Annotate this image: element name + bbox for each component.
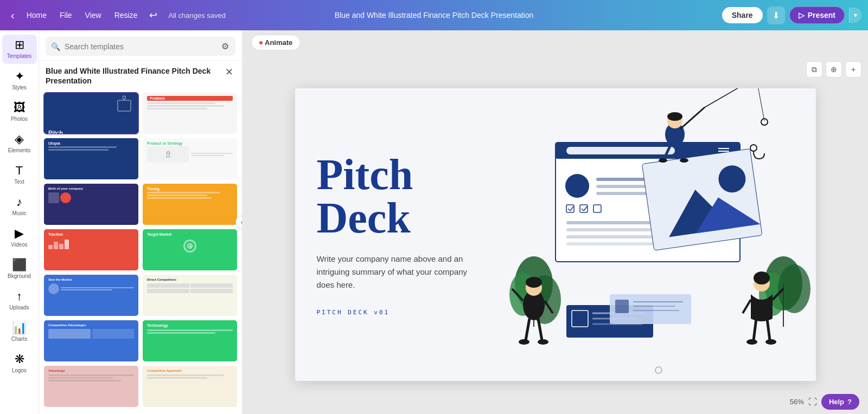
svg-point-3 [167, 152, 170, 155]
photos-icon: 🖼 [14, 102, 25, 114]
svg-point-57 [519, 339, 529, 345]
template-thumb-13[interactable]: Advantage [43, 365, 139, 407]
add-slide-button[interactable]: + [845, 61, 861, 77]
svg-line-42 [705, 88, 756, 107]
svg-rect-15 [718, 148, 729, 149]
search-input[interactable] [65, 42, 216, 51]
svg-point-48 [680, 158, 688, 163]
undo-button[interactable]: ↩ [145, 7, 162, 23]
svg-rect-73 [615, 300, 629, 313]
template-thumb-4[interactable]: Product or Strategy [142, 138, 238, 180]
template-thumb-6[interactable]: Timing [142, 183, 238, 225]
slide-canvas: Pitch Deck Write your company name above… [295, 88, 816, 381]
svg-rect-16 [718, 151, 729, 152]
autosave-status: All changes saved [168, 11, 226, 20]
sidebar-item-label: Styles [12, 85, 27, 91]
slide-illustration [501, 88, 816, 381]
template-grid: PitchDeck Write your company name [39, 90, 242, 414]
topbar: ‹ Home File View Resize ↩ All changes sa… [0, 0, 868, 30]
svg-line-55 [526, 319, 529, 340]
file-button[interactable]: File [54, 8, 78, 23]
template-thumb-14[interactable]: Competitive Approach [142, 365, 238, 407]
sidebar-item-uploads[interactable]: ↑ Uploads [2, 286, 37, 315]
slide-main-title[interactable]: Pitch Deck [317, 153, 480, 240]
svg-rect-20 [596, 185, 650, 188]
sidebar-item-photos[interactable]: 🖼 Photos [2, 98, 37, 127]
home-button[interactable]: Home [21, 8, 52, 23]
back-button[interactable]: ‹ [7, 7, 19, 24]
present-button[interactable]: ▷ Present [789, 7, 845, 24]
styles-icon: ✦ [15, 70, 24, 82]
sidebar-item-elements[interactable]: ◈ Elements [2, 129, 37, 158]
svg-point-66 [765, 339, 776, 345]
svg-rect-0 [118, 100, 131, 111]
sidebar-item-logos[interactable]: ❋ Logos [2, 349, 37, 378]
template-thumb-9[interactable]: Size the Market [43, 274, 139, 316]
duplicate-slide-button[interactable]: ⊕ [826, 61, 842, 77]
main-area: ⊞ Templates ✦ Styles 🖼 Photos ◈ Elements… [0, 30, 868, 414]
template-thumb-12[interactable]: Technology [142, 320, 238, 362]
sidebar-item-label: Charts [11, 336, 27, 342]
copy-slide-button[interactable]: ⧉ [806, 61, 822, 77]
filter-button[interactable]: ⚙ [220, 41, 230, 51]
svg-line-61 [743, 300, 751, 313]
view-button[interactable]: View [80, 8, 107, 23]
template-thumb-5[interactable]: Birth of your company [43, 183, 139, 225]
sidebar-item-videos[interactable]: ▶ Videos [2, 223, 37, 253]
topbar-left: ‹ Home File View Resize ↩ All changes sa… [7, 7, 226, 24]
present-chevron-button[interactable]: ▾ [849, 8, 861, 23]
animate-button[interactable]: Animate [251, 35, 301, 50]
slide-description[interactable]: Write your company name above and an int… [317, 253, 480, 292]
sidebar-icons: ⊞ Templates ✦ Styles 🖼 Photos ◈ Elements… [0, 30, 39, 414]
svg-point-49 [750, 145, 757, 151]
svg-line-64 [767, 319, 770, 340]
svg-point-60 [754, 271, 770, 284]
template-thumb-10[interactable]: Direct Competitors [142, 274, 238, 316]
sidebar-item-charts[interactable]: 📊 Charts [2, 318, 37, 347]
topbar-right: Share ⬇ ▷ Present ▾ [722, 7, 861, 24]
search-input-wrap: 🔍 ⚙ [46, 37, 235, 56]
svg-point-77 [655, 367, 662, 373]
canvas-corner-buttons: ⧉ ⊕ + [806, 61, 861, 77]
background-icon: ⬛ [12, 259, 27, 271]
bottom-bar: 56% ⛶ Help ? [242, 390, 868, 414]
slide-left-content: Pitch Deck Write your company name above… [295, 120, 501, 348]
slide-illustration-area [501, 88, 816, 381]
sidebar-item-templates[interactable]: ⊞ Templates [2, 35, 37, 64]
svg-point-47 [659, 158, 667, 163]
sidebar-item-music[interactable]: ♪ Music [2, 192, 37, 221]
share-button[interactable]: Share [722, 7, 763, 23]
svg-line-43 [756, 88, 764, 121]
canvas-toolbar: Animate [242, 30, 868, 55]
zoom-level: 56% [790, 398, 804, 406]
template-thumb-2[interactable]: Problem [142, 92, 238, 134]
zoom-expand-button[interactable]: ⛶ [808, 397, 817, 407]
svg-line-63 [754, 319, 756, 340]
canvas-area: Animate ⧉ ⊕ + Pitch Deck Write your comp… [242, 30, 868, 414]
template-thumb-7[interactable]: Traction [43, 229, 139, 271]
search-icon: 🔍 [51, 42, 60, 51]
svg-point-1 [123, 96, 126, 99]
resize-button[interactable]: Resize [109, 8, 143, 23]
document-title: Blue and White Illustrated Finance Pitch… [335, 11, 534, 20]
template-thumb-1[interactable]: PitchDeck Write your company name [43, 92, 139, 134]
templates-icon: ⊞ [15, 39, 24, 51]
template-thumb-8[interactable]: Target Market [142, 229, 238, 271]
help-button[interactable]: Help ? [821, 394, 859, 410]
download-button[interactable]: ⬇ [767, 7, 785, 24]
charts-icon: 📊 [12, 322, 27, 334]
sidebar-item-label: Logos [12, 367, 27, 374]
help-question-mark: ? [847, 398, 852, 406]
search-bar: 🔍 ⚙ [39, 30, 242, 61]
sidebar-item-background[interactable]: ⬛ Bkground [2, 255, 37, 284]
elements-icon: ◈ [15, 133, 24, 145]
sidebar-item-text[interactable]: T Text [2, 160, 37, 190]
slide-version[interactable]: PITCH DECK v01 [317, 309, 480, 316]
template-thumb-11[interactable]: Competitive Advantages [43, 320, 139, 362]
template-close-button[interactable]: ✕ [223, 66, 235, 78]
sidebar-item-label: Uploads [9, 305, 29, 311]
sidebar-item-styles[interactable]: ✦ Styles [2, 66, 37, 95]
template-thumb-3[interactable]: Utopia [43, 138, 139, 180]
svg-point-52 [526, 277, 542, 288]
text-icon: T [16, 165, 23, 177]
